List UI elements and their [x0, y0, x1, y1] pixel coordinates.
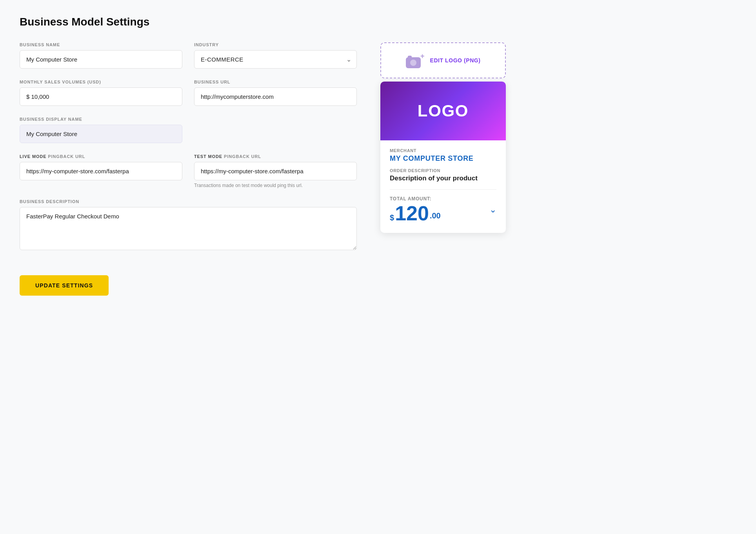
group-live-mode: LIVE MODE PINGBACK URL [20, 154, 182, 188]
monthly-sales-input[interactable] [20, 87, 182, 106]
test-mode-bold: TEST MODE [194, 154, 222, 159]
card-order-label: ORDER DESCRIPTION [390, 168, 496, 173]
business-url-input[interactable] [194, 87, 357, 106]
industry-select-wrapper: E-COMMERCE RETAIL SERVICES TECHNOLOGY OT… [194, 50, 357, 69]
card-merchant-name: MY COMPUTER STORE [390, 154, 496, 163]
form-section: BUSINESS NAME INDUSTRY E-COMMERCE RETAIL… [20, 42, 357, 296]
monthly-sales-label: MONTHLY SALES VOLUMES (USD) [20, 80, 182, 84]
test-mode-input[interactable] [194, 162, 357, 180]
card-amount-row: TOTAL AMOUNT: $ 120 .00 ⌄ [390, 196, 496, 223]
business-desc-textarea[interactable]: FasterPay Regular Checkout Demo [20, 207, 357, 250]
group-display-name: BUSINESS DISPLAY NAME [20, 117, 182, 143]
live-mode-label: LIVE MODE PINGBACK URL [20, 154, 182, 159]
chevron-down-icon[interactable]: ⌄ [489, 205, 496, 215]
group-monthly-sales: MONTHLY SALES VOLUMES (USD) [20, 80, 182, 106]
business-desc-label: BUSINESS DESCRIPTION [20, 199, 357, 204]
camera-lens [410, 60, 416, 66]
logo-preview-text: LOGO [418, 102, 469, 120]
group-business-url: BUSINESS URL [194, 80, 357, 106]
row-description: BUSINESS DESCRIPTION FasterPay Regular C… [20, 199, 357, 250]
sidebar-section: + EDIT LOGO (PNG) LOGO MERCHANT MY COMPU… [380, 42, 506, 233]
card-amount-group: TOTAL AMOUNT: $ 120 .00 [390, 196, 441, 223]
card-body: MERCHANT MY COMPUTER STORE ORDER DESCRIP… [380, 140, 506, 233]
card-divider [390, 189, 496, 190]
business-url-label: BUSINESS URL [194, 80, 357, 84]
group-business-desc: BUSINESS DESCRIPTION FasterPay Regular C… [20, 199, 357, 250]
card-amount-cents: .00 [430, 211, 441, 223]
payment-card-preview: LOGO MERCHANT MY COMPUTER STORE ORDER DE… [380, 82, 506, 233]
card-amount-integer: 120 [395, 203, 429, 223]
card-amount-value: $ 120 .00 [390, 203, 441, 223]
card-dollar-sign: $ [390, 213, 394, 222]
group-display-name-spacer [194, 117, 357, 143]
test-mode-label: TEST MODE PINGBACK URL [194, 154, 357, 159]
row-display-name: BUSINESS DISPLAY NAME [20, 117, 357, 143]
group-industry: INDUSTRY E-COMMERCE RETAIL SERVICES TECH… [194, 42, 357, 69]
industry-label: INDUSTRY [194, 42, 357, 47]
display-name-input[interactable] [20, 125, 182, 143]
update-settings-button[interactable]: UPDATE SETTINGS [20, 275, 109, 296]
camera-icon: + [406, 53, 425, 68]
row-name-industry: BUSINESS NAME INDUSTRY E-COMMERCE RETAIL… [20, 42, 357, 69]
row-pingback-urls: LIVE MODE PINGBACK URL TEST MODE PINGBAC… [20, 154, 357, 188]
live-mode-bold: LIVE MODE [20, 154, 46, 159]
test-mode-hint: Transactions made on test mode would pin… [194, 183, 357, 188]
display-name-label: BUSINESS DISPLAY NAME [20, 117, 182, 122]
group-test-mode: TEST MODE PINGBACK URL Transactions made… [194, 154, 357, 188]
group-business-name: BUSINESS NAME [20, 42, 182, 69]
test-mode-rest: PINGBACK URL [222, 154, 261, 159]
business-name-label: BUSINESS NAME [20, 42, 182, 47]
industry-select[interactable]: E-COMMERCE RETAIL SERVICES TECHNOLOGY OT… [194, 50, 357, 69]
card-merchant-label: MERCHANT [390, 148, 496, 153]
card-order-desc: Description of your product [390, 174, 496, 182]
live-mode-rest: PINGBACK URL [46, 154, 85, 159]
page-title: Business Model Settings [20, 16, 736, 28]
camera-body [406, 57, 421, 68]
business-name-input[interactable] [20, 50, 182, 69]
row-sales-url: MONTHLY SALES VOLUMES (USD) BUSINESS URL [20, 80, 357, 106]
plus-icon: + [420, 53, 425, 60]
live-mode-input[interactable] [20, 162, 182, 180]
card-amount-label: TOTAL AMOUNT: [390, 196, 441, 202]
card-logo-area: LOGO [380, 82, 506, 140]
edit-logo-button[interactable]: + EDIT LOGO (PNG) [380, 42, 506, 78]
edit-logo-label: EDIT LOGO (PNG) [430, 57, 481, 64]
